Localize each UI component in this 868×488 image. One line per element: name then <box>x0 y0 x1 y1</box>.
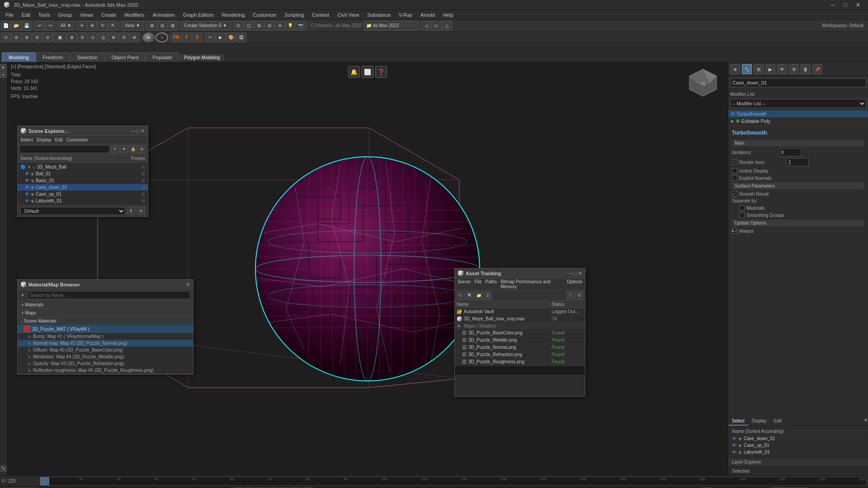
menu-rendering[interactable]: Rendering <box>218 11 249 19</box>
mat-header-materials[interactable]: + Materials <box>18 301 193 309</box>
menu-create[interactable]: Create <box>98 11 120 19</box>
asset-tracking-minimize[interactable]: ─ <box>569 270 573 277</box>
scene-explorer-search[interactable] <box>19 145 110 153</box>
camera-btn[interactable]: 📷 <box>296 21 306 31</box>
tab-selection[interactable]: Selection <box>70 52 104 62</box>
iterations-input[interactable] <box>779 148 802 156</box>
mat-header-scene[interactable]: - Scene Materials <box>18 317 193 325</box>
at-menu-server[interactable]: Server <box>458 279 471 289</box>
menu-help[interactable]: Help <box>439 11 457 19</box>
tb2-btn9[interactable]: ⊙ <box>88 33 98 42</box>
viewport[interactable]: [+] [Perspective] [Standard] [Edged Face… <box>7 62 728 475</box>
mini-bell-btn[interactable]: 🔔 <box>348 66 360 78</box>
scale-btn[interactable]: ⇱ <box>108 21 118 31</box>
se-footer-btn1[interactable]: ⬆ <box>127 207 135 215</box>
mat-search-input[interactable] <box>28 291 190 299</box>
menu-group[interactable]: Group <box>54 11 75 19</box>
at-tb-settings[interactable]: ⚙ <box>575 291 583 300</box>
named-selection-btn[interactable]: ⊡ <box>233 21 243 31</box>
persp-gizmo[interactable]: Top <box>687 67 719 99</box>
at-tb-help[interactable]: ? <box>566 291 574 300</box>
mat-subitem-opacity[interactable]: ↳ Opacity: Map #3 (3D_Puzzle_Refraction.… <box>18 360 193 367</box>
tb2-mat-btn[interactable]: 🎨 <box>226 33 236 42</box>
se-tb-filter[interactable]: ▼ <box>120 145 128 153</box>
timeline-track[interactable]: 10 20 30 40 50 60 70 80 90 100 110 120 1… <box>40 477 866 486</box>
light-btn[interactable]: 💡 <box>285 21 295 31</box>
at-row-basecolor[interactable]: 🖼 3D_Puzzle_BaseColor.png Found <box>455 329 585 337</box>
render-iters-checkbox[interactable] <box>732 160 737 165</box>
tab-object-paint[interactable]: Object Paint <box>105 52 146 62</box>
close-button[interactable]: ✕ <box>852 0 864 10</box>
se-tb-clear[interactable]: ✕ <box>111 145 119 153</box>
tab-freeform[interactable]: Freeform <box>36 52 70 62</box>
rp-tab-edit[interactable]: Edit <box>770 417 785 426</box>
scene-explorer-maximize[interactable]: □ <box>137 128 140 134</box>
menu-graph-editors[interactable]: Graph Editors <box>179 11 217 19</box>
tree-item-basic01[interactable]: 👁 ◈ Basic_01 ⊞ <box>18 177 148 184</box>
mirror2-btn[interactable]: ◫ <box>244 21 254 31</box>
nav-up[interactable]: △ <box>442 21 452 31</box>
mini-help-btn[interactable]: ❓ <box>375 66 387 78</box>
at-menu-paths[interactable]: Paths <box>486 279 497 289</box>
layer-explorer-bar[interactable]: Layer Explorer <box>728 457 868 466</box>
tb2-btn5[interactable]: ⊝ <box>42 33 52 42</box>
menu-civil-view[interactable]: Civil View <box>334 11 363 19</box>
mod-icon-trash[interactable]: 🗑 <box>801 64 811 74</box>
select-btn[interactable]: ✛ <box>77 21 87 31</box>
asset-tracking-titlebar[interactable]: 🎲 Asset Tracking ─ □ ✕ <box>455 268 585 278</box>
at-row-normal[interactable]: 🖼 3D_Puzzle_Normal.png Found <box>455 344 585 351</box>
maximize-button[interactable]: □ <box>839 0 852 10</box>
mat-subitem-reflection[interactable]: ↳ Reflection roughness: Map #5 (3D_Puzzl… <box>18 367 193 374</box>
material-browser-titlebar[interactable]: 🎲 Material/Map Browser ✕ <box>18 280 193 290</box>
sep-smoothing-checkbox[interactable] <box>739 212 745 218</box>
open-button[interactable]: 📂 <box>11 21 21 31</box>
at-tb-refresh[interactable]: ↻ <box>457 291 465 300</box>
tree-item-case-down01[interactable]: 👁 ◈ Case_down_01 ⊞ <box>18 184 148 191</box>
scene-explorer-titlebar[interactable]: 🎲 Scene Explorer... ─ □ ✕ <box>18 126 148 136</box>
tab-populate[interactable]: Populate <box>146 52 179 62</box>
redo-button[interactable]: ↪ <box>45 21 55 31</box>
viewport-btn[interactable]: View ▼ <box>121 21 144 31</box>
mirror-btn[interactable]: ⊞ <box>147 21 157 31</box>
mat-subitem-normal[interactable]: ↳ Normal map: Map #2 (3D_Puzzle_Normal.p… <box>18 340 193 347</box>
rp-tab-display[interactable]: Display <box>748 417 770 426</box>
menu-modifiers[interactable]: Modifiers <box>121 11 148 19</box>
mod-icon-modify[interactable]: 🔧 <box>742 64 752 74</box>
layer-select[interactable]: Default <box>20 207 125 215</box>
path-btn[interactable]: 📁 ds Max 2022 <box>364 21 418 31</box>
align-btn[interactable]: ⊠ <box>168 21 178 31</box>
material-browser-close[interactable]: ✕ <box>186 282 190 288</box>
menu-animation[interactable]: Animation <box>149 11 179 19</box>
surface-params-header[interactable]: Surface Parameters <box>732 183 864 189</box>
tb2-btn8[interactable]: ⊘ <box>77 33 87 42</box>
menu-views[interactable]: Views <box>76 11 97 19</box>
turbosmooth-main-header[interactable]: Main <box>732 140 864 146</box>
se-menu-display[interactable]: Display <box>37 137 52 142</box>
tb2-btn10[interactable]: ◎ <box>98 33 108 42</box>
nav-next[interactable]: ▷ <box>432 21 442 31</box>
sub-tab-polygon[interactable]: Polygon Modeling <box>179 54 225 61</box>
modifier-dropdown[interactable]: -- Modifier List -- <box>730 99 866 108</box>
mod-entry-turbosmooth[interactable]: TurboSmooth <box>728 110 868 117</box>
at-row-metallic[interactable]: 🖼 3D_Puzzle_Metallic.png Found <box>455 337 585 344</box>
at-row-mainfile[interactable]: 🎲 3D_Maze_Ball_max_vray.max Ok <box>455 315 585 323</box>
at-menu-options[interactable]: Options <box>567 279 582 289</box>
create-selection-button[interactable]: Create Selection S▼ <box>181 21 230 30</box>
menu-scripting[interactable]: Scripting <box>281 11 307 19</box>
tb2-btn2[interactable]: ⊚ <box>11 33 21 42</box>
se-tb-lock[interactable]: 🔒 <box>129 145 137 153</box>
at-tb-search[interactable]: 🔍 <box>466 291 474 300</box>
menu-substance[interactable]: Substance <box>363 11 394 19</box>
at-row-roughness[interactable]: 🖼 3D_Puzzle_Roughness.png Found <box>455 358 585 366</box>
mat-item-main[interactable]: 3D_Puzzle_MAT ( VRayMtl ) <box>18 325 193 333</box>
undo-button[interactable]: ↩ <box>35 21 45 31</box>
strip-btn-1[interactable]: ▶ <box>0 64 7 70</box>
tb2-btn12[interactable]: ⊖ <box>119 33 129 42</box>
se-tb-settings[interactable]: ⚙ <box>138 145 146 153</box>
always-radio[interactable]: ● <box>732 228 737 234</box>
scene-explorer-close[interactable]: ✕ <box>141 128 145 134</box>
at-row-refraction[interactable]: 🖼 3D_Puzzle_Refraction.png Found <box>455 351 585 358</box>
menu-edit[interactable]: Edit <box>18 11 34 19</box>
strip-btn-3[interactable]: 🔧 <box>0 465 7 472</box>
sep-materials-checkbox[interactable] <box>739 205 745 211</box>
